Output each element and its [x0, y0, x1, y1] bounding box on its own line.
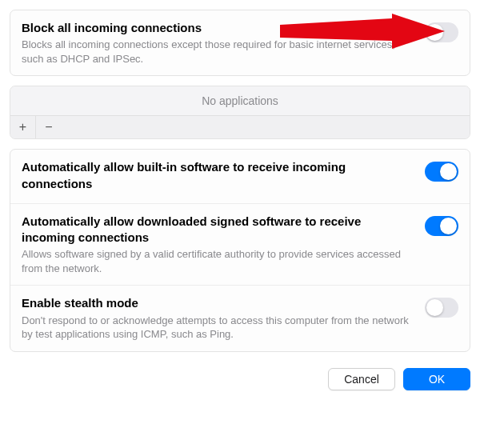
- stealth-row: Enable stealth mode Don't respond to or …: [10, 285, 470, 350]
- add-application-button[interactable]: +: [10, 116, 36, 138]
- auto-signed-desc: Allows software signed by a valid certif…: [22, 247, 417, 275]
- auto-builtin-row: Automatically allow built-in software to…: [10, 150, 470, 203]
- stealth-toggle[interactable]: [425, 298, 458, 318]
- block-all-desc: Blocks all incoming connections except t…: [22, 38, 417, 66]
- auto-signed-toggle[interactable]: [425, 216, 458, 236]
- auto-signed-title: Automatically allow downloaded signed so…: [22, 214, 417, 246]
- options-section: Automatically allow built-in software to…: [10, 149, 470, 351]
- applications-section: No applications + −: [10, 86, 470, 139]
- auto-builtin-title: Automatically allow built-in software to…: [22, 159, 417, 192]
- block-all-section: Block all incoming connections Blocks al…: [10, 10, 470, 76]
- block-all-title: Block all incoming connections: [22, 20, 417, 36]
- stealth-title: Enable stealth mode: [22, 295, 417, 311]
- block-all-row: Block all incoming connections Blocks al…: [10, 10, 470, 75]
- applications-controls: + −: [10, 115, 470, 138]
- auto-signed-row: Automatically allow downloaded signed so…: [10, 203, 470, 286]
- ok-button[interactable]: OK: [403, 368, 470, 390]
- cancel-button[interactable]: Cancel: [328, 368, 395, 390]
- plus-icon: +: [19, 120, 26, 134]
- remove-application-button[interactable]: −: [36, 116, 62, 138]
- block-all-toggle[interactable]: [425, 22, 458, 42]
- minus-icon: −: [45, 120, 52, 134]
- auto-builtin-toggle[interactable]: [425, 162, 458, 182]
- applications-empty-label: No applications: [10, 86, 470, 115]
- dialog-buttons: Cancel OK: [10, 368, 470, 390]
- stealth-desc: Don't respond to or acknowledge attempts…: [22, 314, 417, 342]
